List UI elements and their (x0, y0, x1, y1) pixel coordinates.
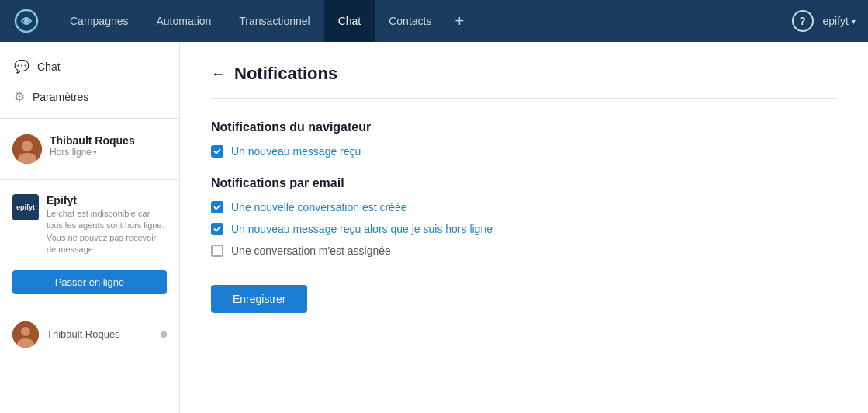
sidebar-parametres-label: Paramètres (33, 91, 88, 103)
topnav-right: ? epifyt ▾ (792, 10, 856, 32)
bottom-agent-name: Thibault Roques (47, 328, 153, 340)
help-button[interactable]: ? (792, 10, 814, 32)
email-checkbox-0[interactable] (211, 201, 223, 213)
agent-name: Thibault Roques (50, 134, 167, 147)
browser-checkbox-0[interactable] (211, 145, 223, 158)
topnav-chat[interactable]: Chat (324, 0, 375, 42)
email-checkbox-row-2: Une conversation m'est assignée (211, 245, 837, 257)
agent-status: Hors ligne ▾ (50, 147, 167, 158)
sidebar-bottom-agent[interactable]: Thibault Roques (0, 314, 179, 356)
sidebar-divider-1 (0, 118, 179, 119)
page-header: ← Notifications (211, 64, 837, 84)
browser-checkbox-label-0: Un nouveau message reçu (231, 145, 361, 158)
browser-section-title: Notifications du navigateur (211, 120, 837, 134)
topnav-items: Campagnes Automation Transactionnel Chat… (56, 0, 792, 42)
email-checkbox-label-0: Une nouvelle conversation est créée (231, 201, 406, 213)
main-content: ← Notifications Notifications du navigat… (180, 42, 868, 413)
sidebar: 💬 Chat ⚙ Paramètres Thibault Roques Hors… (0, 42, 180, 413)
bottom-agent-status-dot (161, 331, 167, 338)
browser-notifications-section: Notifications du navigateur Un nouveau m… (211, 120, 837, 158)
sidebar-divider-3 (0, 307, 179, 307)
topnav-transactionnel[interactable]: Transactionnel (225, 0, 323, 42)
sidebar-chat-label: Chat (37, 61, 61, 73)
topnav-campagnes[interactable]: Campagnes (56, 0, 143, 42)
svg-point-1 (24, 19, 29, 23)
sidebar-company-section: epifyt Epifyt Le chat est indisponible c… (0, 186, 179, 264)
topnav-add[interactable]: + (445, 0, 473, 42)
email-checkbox-1[interactable] (211, 223, 223, 235)
email-checkbox-label-2: Une conversation m'est assignée (231, 245, 391, 257)
topnav-contacts[interactable]: Contacts (375, 0, 445, 42)
user-label: epifyt (823, 15, 849, 27)
company-description: Le chat est indisponible car tous les ag… (47, 208, 167, 256)
company-name: Epifyt (47, 194, 167, 206)
email-checkbox-row-0: Une nouvelle conversation est créée (211, 201, 837, 213)
page-title: Notifications (234, 64, 337, 84)
sidebar-divider-2 (0, 179, 179, 180)
svg-point-3 (22, 141, 33, 151)
status-caret-icon: ▾ (93, 148, 97, 156)
sidebar-item-parametres[interactable]: ⚙ Paramètres (0, 82, 179, 112)
company-info: Epifyt Le chat est indisponible car tous… (47, 194, 167, 256)
chat-icon: 💬 (14, 59, 29, 74)
agent-avatar (12, 134, 42, 164)
main-layout: 💬 Chat ⚙ Paramètres Thibault Roques Hors… (0, 42, 868, 413)
topnav-automation[interactable]: Automation (143, 0, 226, 42)
agent-info: Thibault Roques Hors ligne ▾ (50, 134, 167, 158)
logo[interactable] (12, 7, 40, 35)
email-checkbox-2[interactable] (211, 245, 223, 257)
bottom-agent-avatar (12, 321, 39, 348)
page-divider (211, 98, 837, 99)
email-notifications-section: Notifications par email Une nouvelle con… (211, 176, 837, 257)
email-section-title: Notifications par email (211, 176, 837, 190)
sidebar-item-chat[interactable]: 💬 Chat (0, 51, 179, 82)
company-logo: epifyt (12, 194, 39, 220)
email-checkbox-label-1: Un nouveau message reçu alors que je sui… (231, 223, 493, 235)
browser-checkbox-row-0: Un nouveau message reçu (211, 145, 837, 158)
go-online-button[interactable]: Passer en ligne (12, 270, 167, 294)
settings-icon: ⚙ (14, 89, 25, 104)
svg-point-6 (21, 327, 30, 336)
topnav: Campagnes Automation Transactionnel Chat… (0, 0, 868, 42)
user-caret-icon: ▾ (852, 17, 856, 26)
user-menu[interactable]: epifyt ▾ (823, 15, 856, 27)
sidebar-agent-section[interactable]: Thibault Roques Hors ligne ▾ (0, 125, 179, 173)
email-checkbox-row-1: Un nouveau message reçu alors que je sui… (211, 223, 837, 235)
save-button[interactable]: Enregistrer (211, 285, 307, 313)
back-arrow-icon[interactable]: ← (211, 66, 225, 82)
